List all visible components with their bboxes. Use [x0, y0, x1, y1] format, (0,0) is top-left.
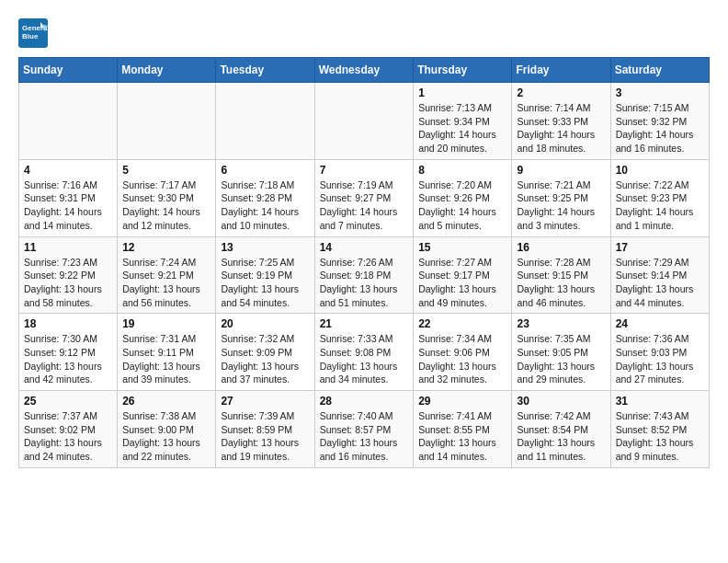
- calendar-week-5: 25Sunrise: 7:37 AMSunset: 9:02 PMDayligh…: [19, 391, 710, 468]
- day-number: 19: [122, 317, 210, 330]
- day-number: 30: [517, 395, 605, 408]
- day-number: 12: [122, 241, 210, 254]
- day-number: 5: [122, 164, 210, 177]
- calendar-table: SundayMondayTuesdayWednesdayThursdayFrid…: [18, 57, 710, 468]
- calendar-cell: 26Sunrise: 7:38 AMSunset: 9:00 PMDayligh…: [118, 391, 216, 468]
- calendar-cell: 17Sunrise: 7:29 AMSunset: 9:14 PMDayligh…: [610, 236, 709, 314]
- calendar-cell: [19, 83, 118, 160]
- calendar-cell: 22Sunrise: 7:34 AMSunset: 9:06 PMDayligh…: [414, 314, 512, 391]
- day-number: 23: [517, 317, 605, 330]
- day-detail: Sunrise: 7:39 AMSunset: 8:59 PMDaylight:…: [221, 409, 309, 464]
- day-detail: Sunrise: 7:16 AMSunset: 9:31 PMDaylight:…: [24, 178, 112, 233]
- day-number: 18: [24, 317, 112, 330]
- day-number: 1: [418, 86, 506, 99]
- day-detail: Sunrise: 7:36 AMSunset: 9:03 PMDaylight:…: [616, 332, 704, 386]
- day-number: 31: [616, 395, 704, 408]
- day-detail: Sunrise: 7:27 AMSunset: 9:17 PMDaylight:…: [418, 256, 506, 310]
- day-detail: Sunrise: 7:29 AMSunset: 9:14 PMDaylight:…: [616, 256, 704, 310]
- svg-text:Blue: Blue: [22, 32, 39, 40]
- day-detail: Sunrise: 7:28 AMSunset: 9:15 PMDaylight:…: [517, 256, 605, 310]
- day-number: 3: [616, 86, 704, 99]
- day-detail: Sunrise: 7:41 AMSunset: 8:55 PMDaylight:…: [418, 409, 506, 464]
- calendar-cell: 24Sunrise: 7:36 AMSunset: 9:03 PMDayligh…: [610, 314, 709, 391]
- day-detail: Sunrise: 7:26 AMSunset: 9:18 PMDaylight:…: [320, 256, 409, 310]
- logo: General Blue: [18, 18, 51, 48]
- calendar-cell: [216, 83, 314, 160]
- day-detail: Sunrise: 7:33 AMSunset: 9:08 PMDaylight:…: [320, 332, 409, 386]
- day-number: 13: [221, 241, 309, 254]
- day-of-week-wednesday: Wednesday: [314, 58, 414, 83]
- day-number: 15: [418, 241, 506, 254]
- calendar-cell: 29Sunrise: 7:41 AMSunset: 8:55 PMDayligh…: [414, 391, 512, 468]
- calendar-week-1: 1Sunrise: 7:13 AMSunset: 9:34 PMDaylight…: [19, 83, 710, 160]
- day-of-week-tuesday: Tuesday: [216, 58, 314, 83]
- day-number: 14: [320, 241, 409, 254]
- calendar-cell: 11Sunrise: 7:23 AMSunset: 9:22 PMDayligh…: [19, 236, 118, 314]
- calendar-cell: 14Sunrise: 7:26 AMSunset: 9:18 PMDayligh…: [314, 236, 414, 314]
- day-number: 2: [517, 86, 605, 99]
- calendar-cell: 23Sunrise: 7:35 AMSunset: 9:05 PMDayligh…: [512, 314, 610, 391]
- calendar-cell: 30Sunrise: 7:42 AMSunset: 8:54 PMDayligh…: [512, 391, 610, 468]
- day-number: 21: [320, 317, 409, 330]
- day-detail: Sunrise: 7:20 AMSunset: 9:26 PMDaylight:…: [418, 178, 506, 233]
- calendar-cell: [118, 83, 216, 160]
- day-number: 28: [320, 395, 409, 408]
- calendar-cell: 25Sunrise: 7:37 AMSunset: 9:02 PMDayligh…: [19, 391, 118, 468]
- calendar-cell: 3Sunrise: 7:15 AMSunset: 9:32 PMDaylight…: [610, 83, 709, 160]
- days-of-week-row: SundayMondayTuesdayWednesdayThursdayFrid…: [19, 58, 710, 83]
- calendar-header: SundayMondayTuesdayWednesdayThursdayFrid…: [19, 58, 710, 83]
- day-detail: Sunrise: 7:14 AMSunset: 9:33 PMDaylight:…: [517, 101, 605, 155]
- day-number: 17: [616, 241, 704, 254]
- calendar-cell: [314, 83, 414, 160]
- calendar-cell: 13Sunrise: 7:25 AMSunset: 9:19 PMDayligh…: [216, 236, 314, 314]
- day-number: 29: [418, 395, 506, 408]
- day-detail: Sunrise: 7:35 AMSunset: 9:05 PMDaylight:…: [517, 332, 605, 386]
- calendar-cell: 16Sunrise: 7:28 AMSunset: 9:15 PMDayligh…: [512, 236, 610, 314]
- calendar-cell: 8Sunrise: 7:20 AMSunset: 9:26 PMDaylight…: [414, 159, 512, 236]
- day-detail: Sunrise: 7:21 AMSunset: 9:25 PMDaylight:…: [517, 178, 605, 233]
- day-detail: Sunrise: 7:43 AMSunset: 8:52 PMDaylight:…: [616, 409, 704, 464]
- day-detail: Sunrise: 7:19 AMSunset: 9:27 PMDaylight:…: [320, 178, 409, 233]
- day-number: 27: [221, 395, 309, 408]
- calendar-cell: 20Sunrise: 7:32 AMSunset: 9:09 PMDayligh…: [216, 314, 314, 391]
- day-detail: Sunrise: 7:22 AMSunset: 9:23 PMDaylight:…: [616, 178, 704, 233]
- day-detail: Sunrise: 7:17 AMSunset: 9:30 PMDaylight:…: [122, 178, 210, 233]
- day-number: 16: [517, 241, 605, 254]
- calendar-cell: 15Sunrise: 7:27 AMSunset: 9:17 PMDayligh…: [414, 236, 512, 314]
- calendar-cell: 6Sunrise: 7:18 AMSunset: 9:28 PMDaylight…: [216, 159, 314, 236]
- calendar-cell: 5Sunrise: 7:17 AMSunset: 9:30 PMDaylight…: [118, 159, 216, 236]
- day-number: 25: [24, 395, 112, 408]
- day-detail: Sunrise: 7:34 AMSunset: 9:06 PMDaylight:…: [418, 332, 506, 386]
- calendar-cell: 12Sunrise: 7:24 AMSunset: 9:21 PMDayligh…: [118, 236, 216, 314]
- logo-icon: General Blue: [18, 18, 48, 48]
- day-number: 8: [418, 164, 506, 177]
- day-number: 26: [122, 395, 210, 408]
- calendar-cell: 28Sunrise: 7:40 AMSunset: 8:57 PMDayligh…: [314, 391, 414, 468]
- day-number: 22: [418, 317, 506, 330]
- day-detail: Sunrise: 7:13 AMSunset: 9:34 PMDaylight:…: [418, 101, 506, 155]
- day-detail: Sunrise: 7:24 AMSunset: 9:21 PMDaylight:…: [122, 256, 210, 310]
- day-detail: Sunrise: 7:42 AMSunset: 8:54 PMDaylight:…: [517, 409, 605, 464]
- calendar-cell: 7Sunrise: 7:19 AMSunset: 9:27 PMDaylight…: [314, 159, 414, 236]
- day-of-week-sunday: Sunday: [19, 58, 118, 83]
- calendar-cell: 1Sunrise: 7:13 AMSunset: 9:34 PMDaylight…: [414, 83, 512, 160]
- day-detail: Sunrise: 7:31 AMSunset: 9:11 PMDaylight:…: [122, 332, 210, 386]
- day-number: 4: [24, 164, 112, 177]
- calendar-cell: 31Sunrise: 7:43 AMSunset: 8:52 PMDayligh…: [610, 391, 709, 468]
- calendar-week-4: 18Sunrise: 7:30 AMSunset: 9:12 PMDayligh…: [19, 314, 710, 391]
- calendar-cell: 2Sunrise: 7:14 AMSunset: 9:33 PMDaylight…: [512, 83, 610, 160]
- day-number: 7: [320, 164, 409, 177]
- day-detail: Sunrise: 7:32 AMSunset: 9:09 PMDaylight:…: [221, 332, 309, 386]
- day-of-week-monday: Monday: [118, 58, 216, 83]
- calendar-cell: 4Sunrise: 7:16 AMSunset: 9:31 PMDaylight…: [19, 159, 118, 236]
- day-detail: Sunrise: 7:38 AMSunset: 9:00 PMDaylight:…: [122, 409, 210, 464]
- day-number: 10: [616, 164, 704, 177]
- calendar-cell: 21Sunrise: 7:33 AMSunset: 9:08 PMDayligh…: [314, 314, 414, 391]
- calendar-week-3: 11Sunrise: 7:23 AMSunset: 9:22 PMDayligh…: [19, 236, 710, 314]
- day-number: 6: [221, 164, 309, 177]
- calendar-week-2: 4Sunrise: 7:16 AMSunset: 9:31 PMDaylight…: [19, 159, 710, 236]
- calendar-cell: 9Sunrise: 7:21 AMSunset: 9:25 PMDaylight…: [512, 159, 610, 236]
- calendar-body: 1Sunrise: 7:13 AMSunset: 9:34 PMDaylight…: [19, 83, 710, 468]
- calendar-cell: 10Sunrise: 7:22 AMSunset: 9:23 PMDayligh…: [610, 159, 709, 236]
- calendar-cell: 18Sunrise: 7:30 AMSunset: 9:12 PMDayligh…: [19, 314, 118, 391]
